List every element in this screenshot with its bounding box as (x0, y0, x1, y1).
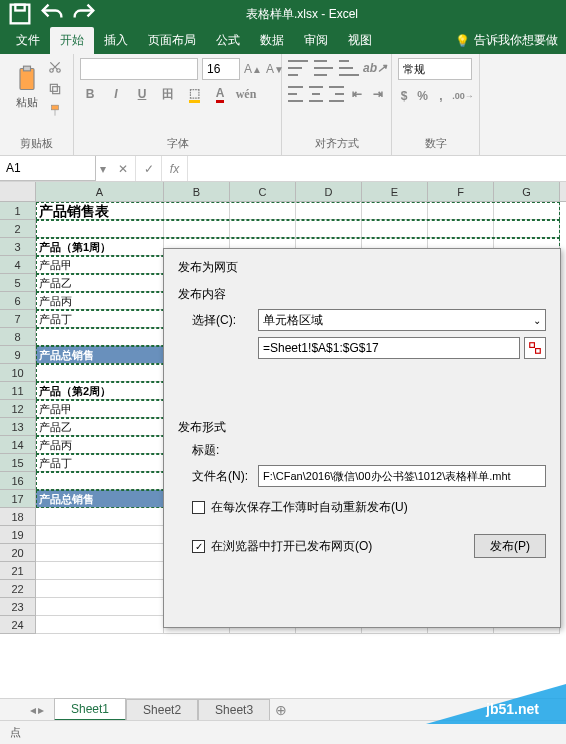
cell[interactable] (296, 202, 362, 220)
font-name-select[interactable] (80, 58, 198, 80)
row-header[interactable]: 10 (0, 364, 36, 382)
tab-file[interactable]: 文件 (6, 27, 50, 54)
col-header[interactable]: D (296, 182, 362, 201)
sheet-tab-2[interactable]: Sheet2 (126, 699, 198, 720)
cell[interactable] (36, 526, 164, 544)
tab-review[interactable]: 审阅 (294, 27, 338, 54)
publish-button[interactable]: 发布(P) (474, 534, 546, 558)
cut-icon[interactable] (46, 58, 64, 76)
tab-insert[interactable]: 插入 (94, 27, 138, 54)
cell[interactable]: 产品乙 (36, 274, 164, 292)
cell[interactable]: 产品乙 (36, 418, 164, 436)
copy-icon[interactable] (46, 80, 64, 98)
cell[interactable]: 产品丙 (36, 292, 164, 310)
range-input[interactable] (258, 337, 520, 359)
col-header[interactable]: F (428, 182, 494, 201)
row-header[interactable]: 21 (0, 562, 36, 580)
add-sheet-icon[interactable]: ⊕ (270, 702, 292, 718)
align-center-icon[interactable] (309, 86, 324, 102)
sheet-tab-3[interactable]: Sheet3 (198, 699, 270, 720)
auto-republish-checkbox[interactable]: 在每次保存工作薄时自动重新发布(U) (192, 499, 546, 516)
name-box-dropdown-icon[interactable]: ▾ (96, 156, 110, 181)
cell[interactable]: 产品销售表 (36, 202, 164, 220)
row-header[interactable]: 5 (0, 274, 36, 292)
select-all-corner[interactable] (0, 182, 36, 201)
col-header[interactable]: C (230, 182, 296, 201)
col-header[interactable]: B (164, 182, 230, 201)
cell[interactable] (494, 220, 560, 238)
cell[interactable] (36, 364, 164, 382)
row-header[interactable]: 19 (0, 526, 36, 544)
align-bottom-icon[interactable] (339, 60, 359, 76)
redo-icon[interactable] (70, 5, 98, 23)
row-header[interactable]: 6 (0, 292, 36, 310)
cell[interactable] (36, 328, 164, 346)
cell[interactable] (494, 202, 560, 220)
border-icon[interactable]: 田 (158, 84, 178, 104)
name-box[interactable]: A1 (0, 156, 96, 181)
cell[interactable] (36, 580, 164, 598)
cell[interactable] (428, 202, 494, 220)
underline-button[interactable]: U (132, 84, 152, 104)
fill-color-icon[interactable]: ⬚ (184, 84, 204, 104)
cell[interactable]: 产品甲 (36, 400, 164, 418)
row-header[interactable]: 13 (0, 418, 36, 436)
cell[interactable] (230, 220, 296, 238)
percent-icon[interactable]: % (416, 86, 428, 106)
row-header[interactable]: 1 (0, 202, 36, 220)
align-left-icon[interactable] (288, 86, 303, 102)
number-format-select[interactable] (398, 58, 472, 80)
row-header[interactable]: 3 (0, 238, 36, 256)
col-header[interactable]: E (362, 182, 428, 201)
tab-nav-next-icon[interactable]: ▸ (38, 703, 44, 717)
phonetic-icon[interactable]: wén (236, 84, 256, 104)
cell[interactable]: 产品丙 (36, 436, 164, 454)
row-header[interactable]: 24 (0, 616, 36, 634)
cell[interactable] (362, 220, 428, 238)
increase-decimal-icon[interactable]: .00→ (453, 86, 473, 106)
row-header[interactable]: 16 (0, 472, 36, 490)
row-header[interactable]: 12 (0, 400, 36, 418)
enter-icon[interactable]: ✓ (136, 156, 162, 181)
cell[interactable]: 产品总销售 (36, 490, 164, 508)
row-header[interactable]: 9 (0, 346, 36, 364)
comma-icon[interactable]: , (435, 86, 447, 106)
row-header[interactable]: 4 (0, 256, 36, 274)
col-header[interactable]: A (36, 182, 164, 201)
fx-icon[interactable]: fx (162, 156, 188, 181)
undo-icon[interactable] (38, 5, 66, 23)
align-top-icon[interactable] (288, 60, 308, 76)
tab-nav-prev-icon[interactable]: ◂ (30, 703, 36, 717)
row-header[interactable]: 7 (0, 310, 36, 328)
currency-icon[interactable]: $ (398, 86, 410, 106)
cell[interactable]: 产品总销售 (36, 346, 164, 364)
tab-layout[interactable]: 页面布局 (138, 27, 206, 54)
cell[interactable]: 产品丁 (36, 454, 164, 472)
tab-view[interactable]: 视图 (338, 27, 382, 54)
cell[interactable] (164, 220, 230, 238)
filename-input[interactable] (258, 465, 546, 487)
row-header[interactable]: 14 (0, 436, 36, 454)
cell[interactable] (36, 472, 164, 490)
bold-button[interactable]: B (80, 84, 100, 104)
formula-input[interactable] (188, 156, 566, 181)
range-picker-icon[interactable] (524, 337, 546, 359)
choose-select[interactable]: 单元格区域 ⌄ (258, 309, 546, 331)
align-right-icon[interactable] (329, 86, 344, 102)
cell[interactable] (36, 616, 164, 634)
cell[interactable]: 产品（第2周） (36, 382, 164, 400)
row-header[interactable]: 2 (0, 220, 36, 238)
paste-button[interactable]: 粘贴 (6, 58, 48, 116)
row-header[interactable]: 20 (0, 544, 36, 562)
row-header[interactable]: 17 (0, 490, 36, 508)
align-middle-icon[interactable] (314, 60, 334, 76)
row-header[interactable]: 15 (0, 454, 36, 472)
row-header[interactable]: 22 (0, 580, 36, 598)
row-header[interactable]: 18 (0, 508, 36, 526)
tell-me[interactable]: 💡 告诉我你想要做 (447, 27, 566, 54)
cancel-icon[interactable]: ✕ (110, 156, 136, 181)
row-header[interactable]: 11 (0, 382, 36, 400)
row-header[interactable]: 23 (0, 598, 36, 616)
cell[interactable] (362, 202, 428, 220)
cell[interactable] (164, 202, 230, 220)
